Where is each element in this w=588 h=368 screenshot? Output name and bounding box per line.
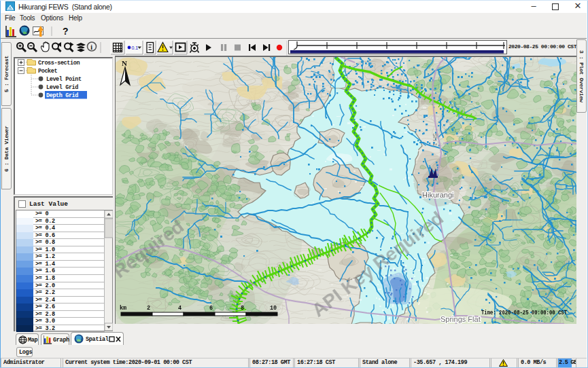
svg-text:Pocket: Pocket [38,68,58,75]
svg-text:4: 4 [178,305,181,312]
svg-text:6: 6 [209,305,213,312]
svg-text:0.1: 0.1 [132,45,139,50]
svg-text:Springs Flat: Springs Flat [440,315,481,323]
svg-text:Level Grid: Level Grid [46,84,78,91]
svg-text:?: ? [63,26,69,37]
svg-text:2: 2 [147,305,150,312]
svg-text:i: i [90,43,92,51]
svg-text:Hikurangi: Hikurangi [422,191,453,199]
svg-text:Depth Grid: Depth Grid [46,92,78,99]
svg-text:10: 10 [270,305,277,312]
svg-text:Level Point: Level Point [46,76,82,83]
svg-text:Cross-section: Cross-section [38,60,80,67]
svg-text:Time: 2020-08-25 00:00:00 CST: Time: 2020-08-25 00:00:00 CST [481,310,567,316]
svg-text:N: N [122,59,127,67]
svg-text:8: 8 [241,305,244,312]
svg-text:SH 1: SH 1 [432,133,438,146]
svg-text:km: km [120,305,126,312]
